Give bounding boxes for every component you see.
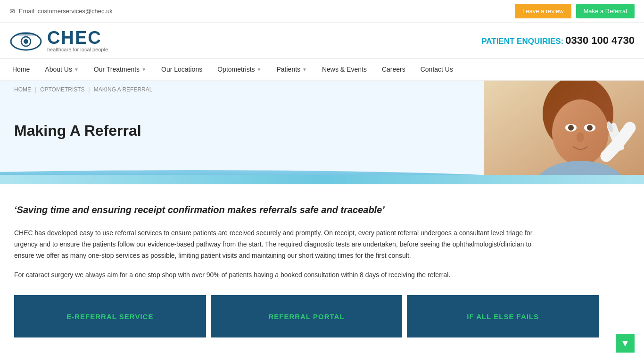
top-bar: ✉ Email: customerservices@chec.uk Leave … xyxy=(0,0,644,23)
email-icon: ✉ xyxy=(9,8,15,15)
leave-review-button[interactable]: Leave a review xyxy=(515,4,571,18)
nav-label-news: News & Events xyxy=(322,66,367,73)
nav-item-about[interactable]: About Us ▼ xyxy=(37,59,86,80)
nav-link-home[interactable]: Home xyxy=(5,59,37,80)
nav-list: Home About Us ▼ Our Treatments ▼ Our Loc… xyxy=(0,59,644,80)
chevron-down-icon: ▼ xyxy=(257,67,262,72)
nav-link-contact[interactable]: Contact Us xyxy=(413,59,461,80)
svg-point-2 xyxy=(24,39,28,44)
nav-item-news[interactable]: News & Events xyxy=(314,59,374,80)
nav-label-treatments: Our Treatments xyxy=(94,66,140,73)
nav-label-careers: Careers xyxy=(382,66,405,73)
nav-item-patients[interactable]: Patients ▼ xyxy=(269,59,314,80)
logo-text: CHEC healthcare for local people xyxy=(47,29,108,52)
scroll-down-button[interactable]: ▼ xyxy=(616,334,635,353)
content-paragraph-2: For cataract surgery we always aim for a… xyxy=(14,270,533,281)
nav-label-contact: Contact Us xyxy=(421,66,453,73)
page-title: Making A Referral xyxy=(14,122,410,140)
chevron-down-icon: ▼ xyxy=(141,67,146,72)
card-ereferral[interactable]: E-REFERRAL SERVICE xyxy=(14,295,206,337)
logo-chec-text: CHEC xyxy=(47,29,108,47)
card-all-else-fails-label: IF ALL ELSE FAILS xyxy=(467,313,539,321)
nav-item-careers[interactable]: Careers xyxy=(374,59,413,80)
nav-item-home[interactable]: Home xyxy=(5,59,37,80)
card-all-else-fails[interactable]: IF ALL ELSE FAILS xyxy=(407,295,599,337)
hero-image xyxy=(484,81,644,184)
main-content: ‘Saving time and ensuring receipt confir… xyxy=(0,184,613,356)
svg-point-9 xyxy=(568,125,574,131)
nav-link-optometrists[interactable]: Optometrists ▼ xyxy=(210,59,269,80)
nav-link-patients[interactable]: Patients ▼ xyxy=(269,59,314,80)
logo-tagline: healthcare for local people xyxy=(47,47,108,52)
nav-label-patients: Patients xyxy=(276,66,300,73)
nav-link-about[interactable]: About Us ▼ xyxy=(37,59,86,80)
logo[interactable]: CHEC healthcare for local people xyxy=(9,27,108,53)
breadcrumb-sep-2: | xyxy=(89,86,90,93)
hero-image-svg xyxy=(484,81,644,184)
site-header: CHEC healthcare for local people PATIENT… xyxy=(0,23,644,58)
hero-wave-2 xyxy=(0,175,644,184)
nav-item-treatments[interactable]: Our Treatments ▼ xyxy=(86,59,154,80)
logo-icon xyxy=(9,27,42,53)
card-referral-portal[interactable]: REFERRAL PORTAL xyxy=(211,295,403,337)
top-bar-actions: Leave a review Make a Referral xyxy=(515,4,635,18)
nav-item-optometrists[interactable]: Optometrists ▼ xyxy=(210,59,269,80)
nav-link-careers[interactable]: Careers xyxy=(374,59,413,80)
breadcrumb-current: MAKING A REFERRAL xyxy=(94,86,153,93)
chevron-down-icon: ▼ xyxy=(74,67,79,72)
cards-row: E-REFERRAL SERVICE REFERRAL PORTAL IF AL… xyxy=(14,295,599,337)
breadcrumb-sep-1: | xyxy=(35,86,36,93)
email-label: Email: customerservices@chec.uk xyxy=(19,8,113,15)
nav-label-optometrists: Optometrists xyxy=(217,66,255,73)
nav-link-treatments[interactable]: Our Treatments ▼ xyxy=(86,59,154,80)
email-area: ✉ Email: customerservices@chec.uk xyxy=(9,8,113,15)
breadcrumb-home[interactable]: HOME xyxy=(14,86,31,93)
hero-content: Making A Referral xyxy=(0,99,424,168)
nav-label-locations: Our Locations xyxy=(161,66,202,73)
content-tagline: ‘Saving time and ensuring receipt confir… xyxy=(14,203,599,216)
nav-item-contact[interactable]: Contact Us xyxy=(413,59,461,80)
chevron-down-icon: ▼ xyxy=(302,67,307,72)
svg-point-11 xyxy=(587,125,593,131)
svg-point-12 xyxy=(577,132,584,142)
content-paragraph-1: CHEC has developed easy to use referral … xyxy=(14,228,533,261)
arrow-down-icon: ▼ xyxy=(620,338,630,349)
card-ereferral-label: E-REFERRAL SERVICE xyxy=(66,313,153,321)
breadcrumb-optometrists[interactable]: OPTOMETRISTS xyxy=(40,86,84,93)
patient-enquiries: PATIENT ENQUIRIES: 0330 100 4730 xyxy=(481,34,635,47)
patient-enquiries-number: 0330 100 4730 xyxy=(565,34,635,46)
nav-link-locations[interactable]: Our Locations xyxy=(154,59,210,80)
nav-label-home: Home xyxy=(12,66,30,73)
main-nav: Home About Us ▼ Our Treatments ▼ Our Loc… xyxy=(0,58,644,81)
make-referral-button[interactable]: Make a Referral xyxy=(576,4,635,18)
nav-label-about: About Us xyxy=(45,66,72,73)
card-referral-portal-label: REFERRAL PORTAL xyxy=(268,313,344,321)
nav-link-news[interactable]: News & Events xyxy=(314,59,374,80)
nav-item-locations[interactable]: Our Locations xyxy=(154,59,210,80)
hero-section: HOME | OPTOMETRISTS | MAKING A REFERRAL … xyxy=(0,81,644,184)
patient-enquiries-label: PATIENT ENQUIRIES: xyxy=(481,37,563,46)
